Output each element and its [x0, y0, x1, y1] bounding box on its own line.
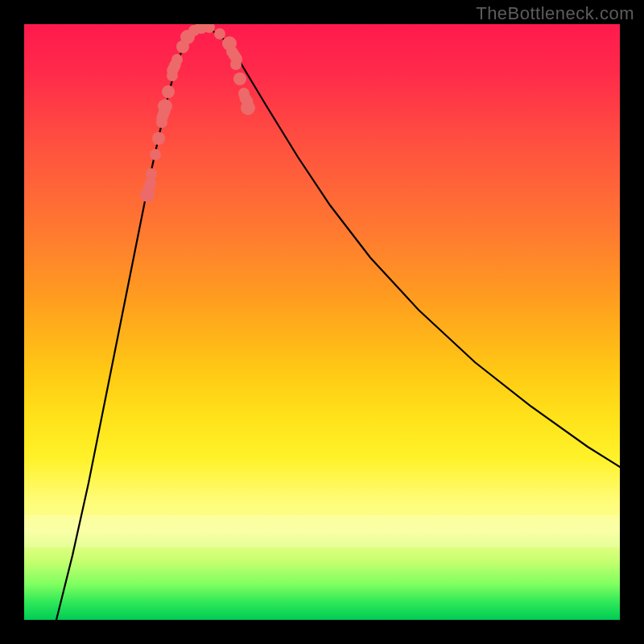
plot-area — [24, 24, 620, 620]
marker-layer — [140, 24, 255, 202]
bottleneck-curve — [56, 28, 620, 620]
data-point — [233, 72, 246, 85]
data-point — [214, 28, 225, 39]
data-point — [162, 85, 175, 98]
data-point — [152, 132, 165, 145]
watermark-text: TheBottleneck.com — [476, 3, 634, 24]
data-point — [150, 149, 161, 160]
chart-svg — [24, 24, 620, 620]
